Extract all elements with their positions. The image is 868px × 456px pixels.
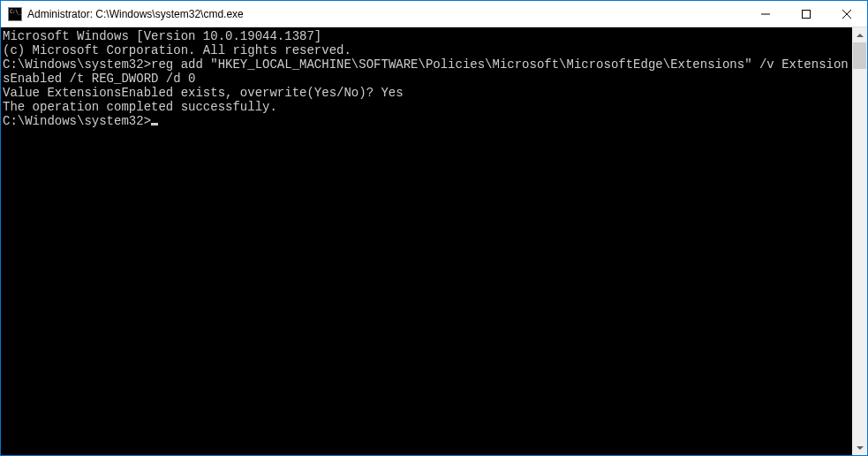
minimize-button[interactable] <box>745 1 786 27</box>
console-prompt-current: C:\Windows\system32> <box>3 114 852 128</box>
console-line: The operation completed successfully. <box>3 100 852 114</box>
scroll-thumb[interactable] <box>853 42 866 69</box>
prompt: C:\Windows\system32> <box>3 114 151 128</box>
window-controls <box>745 1 867 27</box>
cmd-icon <box>8 7 22 21</box>
cmd-window: Administrator: C:\Windows\system32\cmd.e… <box>0 0 868 456</box>
titlebar[interactable]: Administrator: C:\Windows\system32\cmd.e… <box>1 1 867 27</box>
maximize-button[interactable] <box>786 1 826 27</box>
chevron-up-icon <box>857 34 864 37</box>
console-line: Microsoft Windows [Version 10.0.19044.13… <box>3 29 852 43</box>
minimize-icon <box>761 10 770 19</box>
close-button[interactable] <box>826 1 867 27</box>
close-icon <box>842 10 851 19</box>
chevron-down-icon <box>857 446 864 450</box>
scroll-down-button[interactable] <box>852 440 867 455</box>
prompt: C:\Windows\system32> <box>3 57 151 72</box>
svg-rect-1 <box>803 10 811 18</box>
console-line: Value ExtensionsEnabled exists, overwrit… <box>3 86 852 100</box>
maximize-icon <box>802 10 811 19</box>
console-area: Microsoft Windows [Version 10.0.19044.13… <box>1 27 867 455</box>
console-command-line: C:\Windows\system32>reg add "HKEY_LOCAL_… <box>3 57 852 86</box>
console-output[interactable]: Microsoft Windows [Version 10.0.19044.13… <box>1 27 852 455</box>
console-line: (c) Microsoft Corporation. All rights re… <box>3 43 852 57</box>
window-title: Administrator: C:\Windows\system32\cmd.e… <box>27 8 745 20</box>
cursor <box>151 123 158 125</box>
vertical-scrollbar[interactable] <box>852 27 867 455</box>
scroll-up-button[interactable] <box>852 27 867 42</box>
